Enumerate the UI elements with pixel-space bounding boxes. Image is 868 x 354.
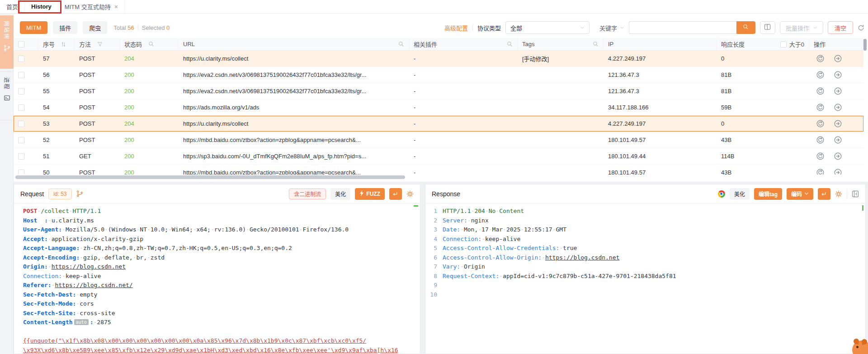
line-content: Access-Control-Allow-Origin:·https://blo…: [443, 253, 865, 263]
tags-cell: [518, 132, 604, 148]
tab-history[interactable]: History: [25, 0, 58, 14]
horizontal-scrollbar-thumb[interactable]: [15, 175, 405, 179]
request-editor[interactable]: POST·/collect·HTTP/1.1Host:·u.clarity.ms…: [14, 204, 420, 354]
vertical-scrollbar-thumb[interactable]: [863, 39, 867, 51]
ip-cell: 4.227.249.197: [604, 116, 717, 132]
row-checkbox[interactable]: [18, 88, 24, 94]
row-checkbox[interactable]: [18, 137, 24, 143]
table-row[interactable]: 54POST200https://ads.mozilla.org/v1/ads-…: [14, 99, 863, 116]
beautify-button[interactable]: 美化: [330, 188, 350, 200]
newline-button[interactable]: ↵: [818, 188, 830, 200]
goto-arrow-icon[interactable]: [834, 55, 842, 62]
row-checkbox[interactable]: [18, 72, 24, 78]
plugin-cell: -: [409, 116, 518, 132]
browser-replay-icon[interactable]: [816, 169, 824, 175]
browser-replay-icon[interactable]: [816, 152, 824, 160]
select-all-checkbox[interactable]: [18, 41, 24, 47]
row-checkbox[interactable]: [18, 153, 24, 160]
collapse-panel-icon[interactable]: [852, 190, 859, 198]
table-row[interactable]: 51GET200https://sp3.baidu.com/-0U_dTmfKg…: [14, 148, 863, 165]
close-icon[interactable]: ×: [114, 4, 118, 10]
editor-line: 4Connection:·keep-alive: [425, 235, 865, 244]
header-key: User-Agent: [23, 226, 58, 233]
whitespace-dot: ·: [471, 208, 475, 214]
length-filter[interactable]: 大于0: [780, 40, 804, 48]
browser-replay-icon[interactable]: [816, 87, 824, 95]
keyword-select[interactable]: 关键字: [599, 24, 624, 32]
plugin-filter-button[interactable]: 插件: [53, 21, 77, 34]
terminal-icon: [3, 94, 10, 102]
goto-arrow-icon[interactable]: [834, 136, 842, 144]
line-number: 6: [425, 253, 443, 263]
table-row[interactable]: 55POST200https://eva2.csdn.net/v3/069813…: [14, 83, 863, 99]
tab-mitm[interactable]: MITM 交互式劫持 ×: [58, 0, 125, 14]
gear-icon[interactable]: [835, 190, 842, 198]
sort-icon[interactable]: [61, 42, 66, 47]
table-row[interactable]: 50POST200https://mbd.baidu.com/ztbox?act…: [14, 165, 863, 175]
packet-switch-button[interactable]: [760, 21, 775, 34]
search-icon[interactable]: [148, 41, 154, 47]
tab-home[interactable]: 首页: [0, 0, 25, 14]
encoding-button[interactable]: 编码: [787, 188, 813, 200]
refresh-icon[interactable]: [858, 24, 864, 31]
search-button[interactable]: [736, 21, 755, 34]
row-select-cell: [14, 148, 38, 164]
search-icon[interactable]: [507, 41, 513, 47]
goto-arrow-icon[interactable]: [834, 104, 842, 111]
branch-icon[interactable]: [76, 190, 83, 197]
browser-replay-icon[interactable]: [816, 104, 824, 111]
row-checkbox[interactable]: [18, 170, 24, 175]
advanced-config-link[interactable]: 高级配置: [444, 24, 468, 32]
whitespace-dot: ·: [193, 226, 197, 233]
whitespace-dot: ·: [520, 226, 524, 233]
row-checkbox[interactable]: [18, 121, 24, 127]
browser-replay-icon[interactable]: [816, 120, 824, 127]
horizontal-scrollbar[interactable]: [14, 175, 863, 179]
rail-tab-site-tree[interactable]: 网站树: [0, 15, 14, 69]
fuzz-button[interactable]: FUZZ: [355, 188, 385, 200]
editor-overview-mark: [414, 205, 418, 207]
batch-ops-button[interactable]: 批量操作: [780, 21, 823, 34]
browser-replay-icon[interactable]: [816, 136, 824, 144]
filter-icon[interactable]: [97, 42, 103, 47]
mitm-filter-button[interactable]: MITM: [20, 21, 47, 34]
request-panel-header: Request id: 53 含二进制流 美化 FUZZ ↵: [14, 184, 420, 203]
chevron-down-icon: [580, 24, 585, 31]
editor-line: Sec-Fetch-Mode:·cors: [23, 299, 420, 309]
table-row[interactable]: 53POST204https://u.clarity.ms/collect-4.…: [14, 116, 863, 132]
table-header-url: URL: [179, 38, 409, 50]
rail-tab-process[interactable]: 进程: [0, 71, 14, 120]
crawler-filter-button[interactable]: 爬虫: [83, 21, 107, 34]
search-icon[interactable]: [398, 41, 404, 47]
whitespace-dot: ·: [211, 226, 214, 233]
goto-arrow-icon[interactable]: [834, 71, 842, 79]
response-panel-header: Response 美化 编辑tag 编码 ↵: [425, 184, 865, 203]
goto-arrow-icon[interactable]: [834, 169, 842, 175]
clear-button[interactable]: 清空: [828, 21, 853, 34]
newline-button[interactable]: ↵: [389, 188, 402, 200]
greater-than-zero-checkbox[interactable]: [780, 41, 787, 47]
browser-replay-icon[interactable]: [816, 71, 824, 79]
goto-arrow-icon[interactable]: [834, 87, 842, 95]
beautify-button[interactable]: 美化: [730, 188, 750, 200]
search-icon[interactable]: [593, 41, 599, 47]
line-number: 1: [425, 207, 443, 216]
ops-cell: [809, 67, 863, 83]
row-checkbox[interactable]: [18, 104, 24, 111]
goto-arrow-icon[interactable]: [834, 120, 842, 127]
edit-tag-button[interactable]: 编辑tag: [754, 188, 782, 200]
gear-icon[interactable]: [406, 190, 414, 198]
table-row[interactable]: 57POST204https://u.clarity.ms/collect-[手…: [14, 51, 863, 67]
row-checkbox[interactable]: [18, 56, 24, 62]
chrome-icon[interactable]: [718, 190, 725, 198]
browser-replay-icon[interactable]: [816, 55, 824, 62]
yakit-mascot-icon[interactable]: [852, 340, 868, 354]
protocol-type-select[interactable]: 全部: [505, 21, 590, 34]
search-input[interactable]: [629, 21, 736, 34]
table-row[interactable]: 56POST200https://eva2.csdn.net/v3/069813…: [14, 67, 863, 83]
row-select-cell: [14, 116, 38, 132]
whitespace-dot: ·: [48, 236, 52, 242]
goto-arrow-icon[interactable]: [834, 152, 842, 160]
response-editor[interactable]: 1HTTP/1.1·204·No·Content2Server:·nginx3D…: [425, 204, 865, 354]
table-row[interactable]: 52POST200https://mbd.baidu.com/ztbox?act…: [14, 132, 863, 148]
